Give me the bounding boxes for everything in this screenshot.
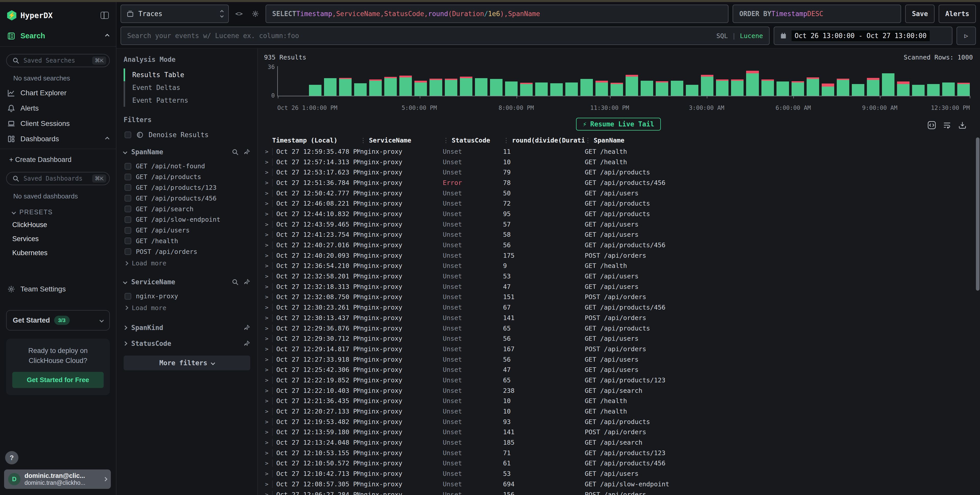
filter-search-icon[interactable] [232,279,239,285]
pin-icon[interactable] [243,149,250,155]
column-drag-handle[interactable]: ⋮ [360,137,365,144]
lucene-mode-toggle[interactable]: Lucene [740,32,763,40]
column-header[interactable]: ⋮SpanName [585,137,973,144]
table-row[interactable]: >Oct 27 12:10:42.713 PMnginx-proxyUnset5… [264,468,973,479]
checkbox[interactable] [125,293,131,299]
table-row[interactable]: >Oct 27 12:29:36.876 PMnginx-proxyUnset6… [264,323,973,334]
histogram-bar[interactable] [324,78,337,96]
column-drag-handle[interactable]: ⋮ [443,137,448,144]
filter-search-icon[interactable] [232,149,239,155]
histogram-bar[interactable] [656,81,668,96]
row-expand-chevron[interactable]: > [264,335,272,342]
filter-option[interactable]: GET /api/products/456 [124,193,250,204]
histogram-bar[interactable] [912,85,924,96]
analysis-mode-option[interactable]: Results Table [124,68,250,81]
checkbox[interactable] [125,163,131,170]
histogram-bar[interactable] [942,83,955,96]
table-row[interactable]: >Oct 27 12:36:54.210 PMnginx-proxyUnset9… [264,261,973,271]
user-menu[interactable]: D dominic.tran@clic... dominic.tran@clic… [4,470,111,489]
row-expand-chevron[interactable]: > [264,408,272,415]
histogram-bar[interactable] [716,80,729,96]
row-expand-chevron[interactable]: > [264,221,272,228]
column-drag-handle[interactable]: ⋮ [503,137,508,144]
histogram-bar[interactable] [611,83,623,96]
row-expand-chevron[interactable]: > [264,492,272,495]
column-drag-handle[interactable]: ⋮ [585,137,590,144]
code-toggle-icon[interactable]: <> [233,8,245,20]
histogram-bar[interactable] [399,76,412,96]
row-expand-chevron[interactable]: > [264,159,272,165]
sidebar-item-preset[interactable]: Kubernetes [0,246,116,260]
row-expand-chevron[interactable]: > [264,398,272,404]
table-row[interactable]: >Oct 27 12:40:27.016 PMnginx-proxyUnset5… [264,240,973,250]
view-source-icon[interactable] [928,121,936,129]
table-row[interactable]: >Oct 27 12:22:19.852 PMnginx-proxyUnset6… [264,375,973,385]
histogram-bar[interactable] [882,73,894,96]
table-row[interactable]: >Oct 27 12:51:36.784 PMnginx-proxyError7… [264,178,973,188]
row-expand-chevron[interactable]: > [264,315,272,321]
histogram-bar[interactable] [867,78,880,96]
histogram-bar[interactable] [837,79,849,96]
row-expand-chevron[interactable]: > [264,346,272,352]
orderby-clause-input[interactable]: ORDER BY Timestamp DESC [733,5,901,23]
histogram-bar[interactable] [550,83,563,96]
table-row[interactable]: >Oct 27 12:06:27.284 PMnginx-proxyUnset1… [264,489,973,495]
row-expand-chevron[interactable]: > [264,450,272,456]
alerts-button[interactable]: Alerts [939,5,976,23]
filter-option[interactable]: GET /api/products/123 [124,182,250,193]
table-row[interactable]: >Oct 27 12:53:17.623 PMnginx-proxyUnset7… [264,167,973,178]
load-more-servicename[interactable]: Load more [124,302,250,313]
filter-option[interactable]: GET /api/products [124,172,250,182]
table-row[interactable]: >Oct 27 12:10:50.572 PMnginx-proxyUnset6… [264,458,973,469]
histogram-bar[interactable] [897,81,910,96]
histogram-bar[interactable] [746,71,759,96]
analysis-mode-option[interactable]: Event Deltas [124,81,250,94]
table-row[interactable]: >Oct 27 12:59:35.478 PMnginx-proxyUnset1… [264,146,973,157]
histogram-bar[interactable] [927,84,940,96]
histogram-bar[interactable] [641,81,653,96]
row-expand-chevron[interactable]: > [264,273,272,279]
row-expand-chevron[interactable]: > [264,231,272,238]
table-row[interactable]: >Oct 27 12:13:59.180 PMnginx-proxyUnset1… [264,427,973,438]
histogram-bar[interactable] [339,78,352,96]
table-row[interactable]: >Oct 27 12:20:27.133 PMnginx-proxyUnset1… [264,406,973,417]
table-row[interactable]: >Oct 27 12:30:23.261 PMnginx-proxyUnset6… [264,302,973,313]
analysis-mode-option[interactable]: Event Patterns [124,94,250,107]
checkbox[interactable] [125,173,131,180]
row-expand-chevron[interactable]: > [264,190,272,196]
table-row[interactable]: >Oct 27 12:08:57.305 PMnginx-proxyUnset6… [264,479,973,489]
histogram-bar[interactable] [686,85,698,96]
histogram-bar[interactable] [625,75,638,96]
column-header[interactable]: Timestamp (Local) [272,137,360,144]
save-button[interactable]: Save [905,5,935,23]
create-dashboard-button[interactable]: + Create Dashboard [0,151,116,167]
row-expand-chevron[interactable]: > [264,387,272,394]
pin-icon[interactable] [243,340,250,347]
filter-section-spanname[interactable]: SpanName [124,148,250,156]
sidebar-collapse-icon[interactable] [100,12,109,19]
histogram-bar[interactable] [957,83,970,96]
histogram-bar[interactable] [595,81,608,96]
help-button[interactable]: ? [5,451,18,464]
checkbox[interactable] [125,195,131,202]
row-expand-chevron[interactable]: > [264,366,272,373]
wrap-lines-icon[interactable] [943,121,951,129]
sidebar-item-preset[interactable]: Services [0,232,116,246]
more-filters-button[interactable]: More filters [124,355,250,370]
histogram-bar[interactable] [354,83,367,96]
checkbox[interactable] [125,227,131,234]
column-header[interactable]: ⋮StatusCode [443,137,503,144]
checkbox[interactable] [125,248,131,255]
checkbox[interactable] [125,132,131,138]
table-row[interactable]: >Oct 27 12:46:08.221 PMnginx-proxyUnset7… [264,198,973,209]
row-expand-chevron[interactable]: > [264,471,272,477]
row-expand-chevron[interactable]: > [264,439,272,446]
histogram-bar[interactable] [671,81,683,96]
date-range-picker[interactable]: Oct 26 13:00:00 - Oct 27 13:00:00 [774,27,953,45]
saved-searches-input[interactable]: Saved Searches ⌘K [6,54,110,67]
row-expand-chevron[interactable]: > [264,356,272,363]
source-select[interactable]: Traces [121,5,229,23]
histogram-bar[interactable] [565,83,578,96]
table-row[interactable]: >Oct 27 12:32:08.750 PMnginx-proxyUnset1… [264,292,973,302]
sidebar-item-preset[interactable]: ClickHouse [0,218,116,232]
